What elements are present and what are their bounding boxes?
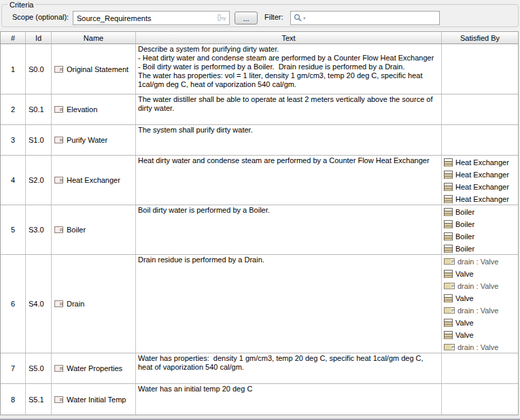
text-cell[interactable]: Water has properties: density 1 gm/cm3, … xyxy=(136,353,442,383)
name-cell[interactable]: Drain xyxy=(52,255,136,353)
text-cell[interactable]: Boil dirty water is performed by a Boile… xyxy=(136,205,442,254)
column-header-id[interactable]: Id xyxy=(26,32,52,44)
satisfied-by-label: Boiler xyxy=(455,220,474,228)
requirement-name: Boiler xyxy=(67,226,86,234)
satisfied-by-cell[interactable] xyxy=(442,94,518,124)
part-property-icon xyxy=(444,258,455,265)
requirement-icon xyxy=(54,396,63,403)
name-cell[interactable]: Heat Exchanger xyxy=(52,156,136,205)
scope-input[interactable] xyxy=(73,11,230,25)
row-number-cell[interactable]: 8 xyxy=(1,384,26,415)
column-header-satisfied-by[interactable]: Satisfied By xyxy=(442,32,518,44)
requirement-icon xyxy=(54,226,63,233)
filter-input[interactable] xyxy=(290,11,440,25)
text-cell[interactable]: The water distiller shall be able to ope… xyxy=(136,94,442,124)
scope-label: Scope (optional): xyxy=(12,13,69,21)
id-cell[interactable]: S3.0 xyxy=(26,205,52,254)
satisfied-by-item[interactable]: Boiler xyxy=(444,243,517,254)
satisfied-by-label: Valve xyxy=(455,294,474,302)
id-cell[interactable]: S0.0 xyxy=(26,44,52,94)
satisfied-by-item[interactable]: Valve xyxy=(444,329,517,341)
name-cell[interactable]: Purify Water xyxy=(52,125,136,155)
requirement-icon xyxy=(54,177,63,183)
requirement-name: Elevation xyxy=(67,105,97,113)
id-cell[interactable]: S2.0 xyxy=(26,156,52,205)
satisfied-by-item[interactable]: drain : Valve xyxy=(444,280,517,292)
column-header-num[interactable]: # xyxy=(1,32,26,44)
satisfied-by-item[interactable]: Boiler xyxy=(444,218,517,230)
satisfied-by-item[interactable]: Valve xyxy=(444,268,517,280)
id-cell[interactable]: S1.0 xyxy=(26,125,52,155)
requirement-name: Original Statement xyxy=(67,65,128,73)
table-row: 2 S0.1 Elevation The water distiller sha… xyxy=(1,94,518,125)
table-header-row: # Id Name Text Satisfied By xyxy=(1,32,518,44)
requirement-icon xyxy=(54,66,63,73)
requirement-name: Purify Water xyxy=(67,136,107,144)
name-cell[interactable]: Water Properties xyxy=(52,353,136,383)
satisfied-by-item[interactable]: Heat Exchanger xyxy=(444,169,517,181)
satisfied-by-label: Valve xyxy=(455,270,474,278)
requirement-icon xyxy=(54,137,63,143)
requirement-icon xyxy=(54,106,63,113)
horizontal-scrollbar-track[interactable] xyxy=(0,415,520,420)
satisfied-by-item[interactable]: Heat Exchanger xyxy=(444,181,517,193)
row-number-cell[interactable]: 7 xyxy=(1,353,26,383)
satisfied-by-item[interactable]: drain : Valve xyxy=(444,304,517,317)
criteria-group-label: Criteria xyxy=(7,1,35,9)
row-number-cell[interactable]: 6 xyxy=(1,255,26,353)
table-row: 5 S3.0 Boiler Boil dirty water is perfor… xyxy=(1,205,518,255)
satisfied-by-item[interactable]: drain : Valve xyxy=(444,256,517,268)
satisfied-by-cell: Heat Exchanger Heat Exchanger Heat Excha… xyxy=(442,156,518,205)
satisfied-by-cell[interactable] xyxy=(442,44,518,94)
block-icon xyxy=(444,319,453,327)
satisfied-by-label: Heat Exchanger xyxy=(455,195,509,203)
satisfied-by-item[interactable]: Boiler xyxy=(444,230,517,243)
row-number-cell[interactable]: 4 xyxy=(1,156,26,205)
id-cell[interactable]: S5.0 xyxy=(26,353,52,383)
satisfied-by-label: Valve xyxy=(455,331,474,339)
satisfied-by-item[interactable]: Heat Exchanger xyxy=(444,156,517,169)
block-icon xyxy=(444,294,453,302)
satisfied-by-item[interactable]: Boiler xyxy=(444,206,517,218)
row-number-cell[interactable]: 2 xyxy=(1,94,26,124)
row-number-cell[interactable]: 1 xyxy=(1,44,26,94)
satisfied-by-item[interactable]: Valve xyxy=(444,292,517,304)
row-number-cell[interactable]: 5 xyxy=(1,205,26,254)
satisfied-by-cell[interactable] xyxy=(442,353,518,383)
satisfied-by-label: Boiler xyxy=(455,208,474,216)
text-cell[interactable]: The system shall purify dirty water. xyxy=(136,125,442,155)
satisfied-by-item[interactable]: Valve xyxy=(444,317,517,329)
name-cell[interactable]: Water Initial Temp xyxy=(52,384,136,415)
satisfied-by-item[interactable]: drain : Valve xyxy=(444,341,517,353)
satisfied-by-cell: Boiler Boiler Boiler Boiler xyxy=(442,205,518,254)
id-cell[interactable]: S0.1 xyxy=(26,94,52,124)
name-cell[interactable]: Boiler xyxy=(52,205,136,254)
row-number-cell[interactable]: 3 xyxy=(1,125,26,155)
text-cell[interactable]: Describe a system for purifying dirty wa… xyxy=(136,44,442,94)
satisfied-by-item[interactable]: Heat Exchanger xyxy=(444,193,517,205)
satisfied-by-cell[interactable] xyxy=(442,384,518,415)
text-cell[interactable]: Heat dirty water and condense steam are … xyxy=(136,156,442,205)
satisfied-by-label: drain : Valve xyxy=(457,307,498,315)
satisfied-by-label: Heat Exchanger xyxy=(455,183,509,191)
requirement-name: Heat Exchanger xyxy=(67,176,120,184)
name-cell[interactable]: Elevation xyxy=(52,94,136,124)
satisfied-by-cell[interactable] xyxy=(442,125,518,155)
browse-scope-button[interactable]: ... xyxy=(235,12,258,24)
satisfied-by-label: Heat Exchanger xyxy=(455,158,509,167)
name-cell[interactable]: Original Statement xyxy=(52,44,136,94)
satisfied-by-label: Heat Exchanger xyxy=(455,171,509,179)
id-cell[interactable]: S5.1 xyxy=(26,384,52,415)
satisfied-by-label: drain : Valve xyxy=(457,258,498,266)
column-header-text[interactable]: Text xyxy=(136,32,442,44)
text-cell[interactable]: Drain residue is performed by a Drain. xyxy=(136,255,442,353)
filter-label: Filter: xyxy=(264,13,283,21)
block-icon xyxy=(444,245,453,253)
satisfied-by-cell: drain : Valve Valve drain : Valve Valve … xyxy=(442,255,518,353)
text-cell[interactable]: Water has an initial temp 20 deg C xyxy=(136,384,442,415)
id-cell[interactable]: S4.0 xyxy=(26,255,52,353)
block-icon xyxy=(444,208,453,216)
column-header-name[interactable]: Name xyxy=(52,32,136,44)
requirement-icon xyxy=(54,365,63,372)
part-property-icon xyxy=(444,344,455,351)
